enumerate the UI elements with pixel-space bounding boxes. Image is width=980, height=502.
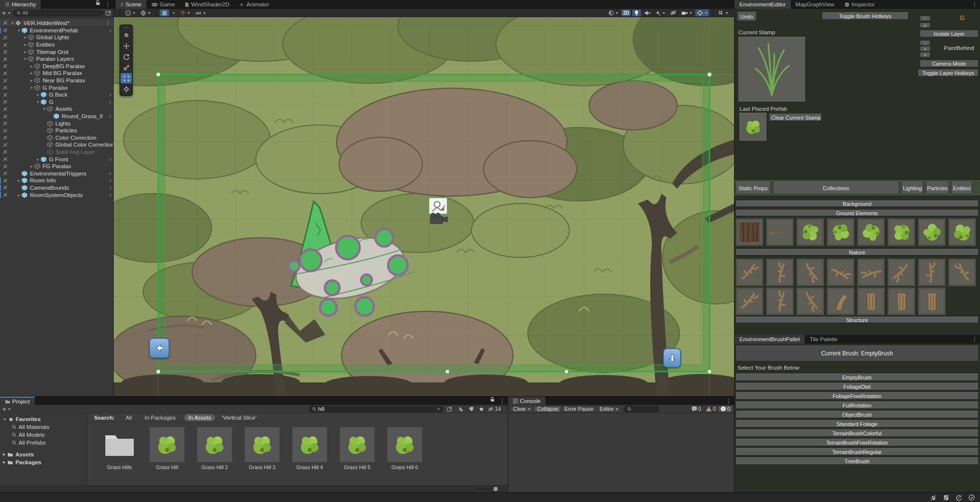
foldout-arrow[interactable]: ▾ bbox=[35, 100, 41, 104]
hierarchy-row[interactable]: ▸G Back› bbox=[0, 91, 113, 99]
nature-tile-branch[interactable] bbox=[887, 258, 915, 286]
search-by-type-icon[interactable] bbox=[458, 406, 463, 412]
prefab-open-chevron[interactable]: › bbox=[107, 177, 113, 184]
section-nature[interactable]: Nature bbox=[735, 249, 979, 255]
foldout-arrow[interactable]: ▾ bbox=[10, 21, 15, 25]
nature-tile-branch[interactable] bbox=[796, 258, 824, 286]
favorite-item[interactable]: All Materials bbox=[0, 423, 87, 431]
clear-search-icon[interactable]: × bbox=[437, 406, 440, 412]
hierarchy-row[interactable]: ▸G Front› bbox=[0, 155, 113, 163]
hidden-objects-button[interactable] bbox=[668, 9, 678, 16]
gizmos-dropdown-button[interactable]: ▼ bbox=[716, 9, 730, 16]
hierarchy-row[interactable]: Solid Fog Layer bbox=[0, 149, 113, 156]
pickability-toggle-icon[interactable] bbox=[0, 128, 10, 133]
foldout-arrow[interactable]: ▾ bbox=[16, 28, 22, 33]
ground-tile-twig[interactable] bbox=[766, 218, 794, 246]
snap-increment-button[interactable]: ▼ bbox=[194, 9, 208, 16]
nature-tile-branch[interactable] bbox=[766, 258, 794, 286]
hierarchy-row[interactable]: Global Color Correction bbox=[0, 141, 113, 149]
nature-tile-branch[interactable] bbox=[796, 287, 824, 315]
paint-order-equal-button[interactable]: = bbox=[920, 47, 931, 51]
scale-tool-button[interactable] bbox=[121, 62, 132, 73]
category-particles[interactable]: Particles bbox=[926, 182, 949, 194]
category-static-props[interactable]: Static Props bbox=[735, 182, 771, 194]
project-folder-tree[interactable]: ▼ Favorites All MaterialsAll ModelsAll P… bbox=[0, 413, 87, 485]
hierarchy-row[interactable]: ▸Mid BG Paralax bbox=[0, 70, 113, 77]
brush-fullrotation[interactable]: FullRotation bbox=[735, 402, 979, 409]
prefab-open-chevron[interactable]: › bbox=[107, 91, 113, 98]
pickability-toggle-icon[interactable] bbox=[0, 42, 10, 48]
scene-lighting-button[interactable] bbox=[632, 9, 641, 16]
pickability-toggle-icon[interactable] bbox=[0, 164, 10, 169]
hierarchy-row[interactable]: ▾Assets bbox=[0, 105, 113, 113]
toggle-brush-hotkeys-button[interactable]: Toggle Brush Hotkeys bbox=[822, 12, 908, 20]
pickability-toggle-icon[interactable] bbox=[0, 185, 10, 190]
nature-tile-branch[interactable] bbox=[735, 287, 763, 315]
hierarchy-row[interactable]: Round_Grass_9› bbox=[0, 113, 113, 120]
layer-up-button[interactable]: ^ bbox=[920, 16, 931, 21]
tab-project[interactable]: Project bbox=[0, 397, 35, 405]
cache-server-icon[interactable] bbox=[943, 494, 950, 501]
hand-tool-button[interactable] bbox=[121, 30, 132, 40]
nature-tile-trunk[interactable] bbox=[918, 287, 946, 315]
pickability-toggle-icon[interactable] bbox=[0, 27, 10, 33]
pickability-toggle-icon[interactable] bbox=[0, 192, 10, 198]
last-placed-prefab-thumbnail[interactable] bbox=[739, 113, 766, 141]
pickability-toggle-icon[interactable] bbox=[0, 106, 10, 112]
hierarchy-row[interactable]: ▸Near BG Paralax bbox=[0, 77, 113, 84]
ground-tile-bush[interactable] bbox=[796, 218, 824, 246]
pickability-toggle-icon[interactable] bbox=[0, 171, 10, 176]
pickability-toggle-icon[interactable] bbox=[0, 114, 10, 119]
foldout-arrow[interactable]: ▾ bbox=[23, 56, 28, 61]
pickability-toggle-icon[interactable] bbox=[0, 178, 10, 183]
folder-item-packages[interactable]: ▶Packages bbox=[0, 458, 87, 466]
lock-icon[interactable] bbox=[94, 0, 102, 9]
hierarchy-row[interactable]: ▸Global Lights bbox=[0, 34, 113, 41]
hierarchy-row[interactable]: Lights bbox=[0, 120, 113, 127]
ground-tile-bush[interactable] bbox=[827, 218, 855, 246]
lock-icon[interactable] bbox=[488, 397, 497, 405]
foldout-arrow[interactable]: ▶ bbox=[3, 460, 5, 464]
foldout-arrow[interactable]: ▸ bbox=[35, 92, 41, 97]
tab-tile-palette[interactable]: Tile Palette bbox=[805, 335, 842, 344]
pickability-toggle-icon[interactable] bbox=[0, 135, 10, 140]
grid-axis-button[interactable] bbox=[160, 9, 169, 16]
thumbnail-size-slider[interactable] bbox=[476, 488, 499, 490]
hierarchy-row[interactable]: Particles bbox=[0, 127, 113, 134]
project-search-input[interactable]: hill × bbox=[309, 406, 443, 412]
ground-tile-bush[interactable] bbox=[857, 218, 885, 246]
prefab-open-chevron[interactable]: › bbox=[107, 156, 113, 163]
add-menu-button[interactable]: + bbox=[2, 405, 6, 413]
brush-standard foliage[interactable]: Standard Foliage bbox=[735, 420, 979, 427]
pickability-toggle-icon[interactable] bbox=[0, 56, 10, 62]
ground-tile-bush[interactable] bbox=[948, 218, 976, 246]
kebab-menu-icon[interactable]: ⋮ bbox=[102, 20, 113, 26]
foldout-arrow[interactable]: ▸ bbox=[23, 50, 28, 54]
slider-knob[interactable] bbox=[493, 487, 498, 491]
foldout-arrow[interactable]: ▸ bbox=[16, 193, 22, 198]
hierarchy-row[interactable]: ▸Tilemap Grid bbox=[0, 48, 113, 55]
skybox-toggle-button[interactable]: ▼ bbox=[139, 9, 152, 16]
grid-snap-button[interactable]: ▼ bbox=[178, 9, 192, 16]
filter-in-assets[interactable]: In Assets bbox=[184, 414, 215, 421]
mode-2d-button[interactable]: 2D bbox=[621, 9, 631, 16]
brush-terrainbrushfreerotation[interactable]: TerrainBrushFreeRotation bbox=[735, 439, 979, 446]
foldout-arrow[interactable]: ▾ bbox=[29, 85, 34, 90]
tab-environmentbrushpallet[interactable]: EnvironmentBrushPallet bbox=[735, 335, 805, 344]
ground-tile-bush[interactable] bbox=[887, 218, 915, 246]
hierarchy-row[interactable]: CameraBounds› bbox=[0, 184, 113, 192]
tab-environmenteditor[interactable]: EnvironmentEditor bbox=[735, 0, 791, 9]
error-count-badge[interactable]: ! 0 bbox=[718, 406, 732, 412]
hierarchy-row[interactable]: ▸Room Info› bbox=[0, 177, 113, 184]
foldout-arrow[interactable]: ▾ bbox=[42, 106, 47, 111]
category-entities[interactable]: Entities bbox=[951, 182, 973, 194]
effects-toggle-button[interactable]: ▼ bbox=[653, 9, 667, 16]
grid-axis-caret[interactable]: ▼ bbox=[171, 9, 177, 16]
filter-all[interactable]: All bbox=[122, 414, 136, 421]
brush-terrainbrushcolorful[interactable]: TerrainBrushColorful bbox=[735, 429, 979, 437]
move-tool-button[interactable] bbox=[121, 41, 132, 51]
palette-drag-handle[interactable]: == bbox=[120, 26, 132, 29]
camera-mode-button[interactable]: Camera Mode bbox=[920, 60, 979, 67]
nav-down-arrow-button[interactable] bbox=[663, 348, 681, 368]
foldout-arrow[interactable]: ▸ bbox=[23, 42, 28, 47]
